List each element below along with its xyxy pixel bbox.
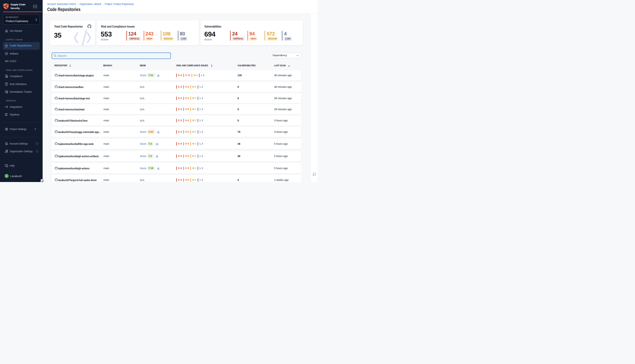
svg-text:?: ?	[6, 164, 7, 166]
